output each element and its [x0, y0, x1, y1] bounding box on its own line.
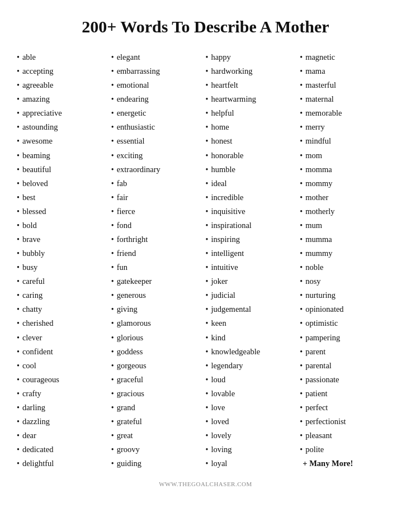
list-item: astounding	[17, 120, 111, 134]
list-item: legendary	[206, 359, 300, 373]
list-item: nurturing	[300, 288, 394, 302]
list-item: humble	[206, 163, 300, 177]
list-item: heartfelt	[206, 78, 300, 92]
list-item: fierce	[111, 205, 206, 218]
list-item: nosy	[300, 274, 394, 288]
list-item: momma	[300, 163, 394, 177]
list-item: mumma	[300, 232, 394, 246]
list-item: magnetic	[300, 50, 394, 64]
list-item: generous	[111, 288, 206, 302]
footer-url: WWW.THEGOALCHASER.COM	[159, 481, 252, 487]
list-item: exciting	[111, 149, 206, 163]
list-item: ideal	[206, 177, 300, 191]
list-item: keen	[206, 316, 300, 330]
list-item: extraordinary	[111, 163, 206, 177]
list-item: graceful	[111, 373, 206, 387]
list-item: cherished	[17, 316, 111, 330]
list-item: mama	[300, 64, 394, 78]
list-item: appreciative	[17, 106, 111, 120]
list-item: patient	[300, 387, 394, 401]
list-item: lovable	[206, 387, 300, 401]
list-item: masterful	[300, 78, 394, 92]
list-item: noble	[300, 260, 394, 274]
column-2: elegantembarrassingemotionalendearingene…	[111, 50, 206, 471]
list-item: grateful	[111, 415, 206, 429]
list-item: fab	[111, 177, 206, 191]
list-item: fond	[111, 218, 206, 232]
list-item: dear	[17, 429, 111, 443]
page-title: 200+ Words To Describe A Mother	[82, 17, 329, 37]
list-item: dedicated	[17, 443, 111, 457]
column-4: magneticmamamasterfulmaternalmemorableme…	[300, 50, 394, 471]
list-item: bold	[17, 218, 111, 232]
list-item: intelligent	[206, 246, 300, 260]
list-item: delightful	[17, 457, 111, 471]
list-item: pampering	[300, 331, 394, 345]
list-item: groovy	[111, 443, 206, 457]
list-item: energetic	[111, 106, 206, 120]
list-item: courageous	[17, 373, 111, 387]
list-item: dazzling	[17, 415, 111, 429]
list-item: honorable	[206, 149, 300, 163]
list-item: darling	[17, 401, 111, 415]
list-item: lovely	[206, 429, 300, 443]
list-item: hardworking	[206, 64, 300, 78]
list-item: love	[206, 401, 300, 415]
list-item: glorious	[111, 331, 206, 345]
list-item: mommy	[300, 177, 394, 191]
list-item: bubbly	[17, 246, 111, 260]
list-item: beaming	[17, 149, 111, 163]
list-item: goddess	[111, 345, 206, 359]
list-item: friend	[111, 246, 206, 260]
list-item: perfectionist	[300, 415, 394, 429]
list-item: brave	[17, 232, 111, 246]
list-item: great	[111, 429, 206, 443]
list-item: accepting	[17, 64, 111, 78]
list-item: intuitive	[206, 260, 300, 274]
list-item: emotional	[111, 78, 206, 92]
list-item: helpful	[206, 106, 300, 120]
list-item: agreeable	[17, 78, 111, 92]
list-item: crafty	[17, 387, 111, 401]
list-item: knowledgeable	[206, 345, 300, 359]
list-item: loud	[206, 373, 300, 387]
list-item: caring	[17, 288, 111, 302]
list-item: inquisitive	[206, 205, 300, 218]
list-item: loyal	[206, 457, 300, 471]
list-item: parent	[300, 345, 394, 359]
list-item: parental	[300, 359, 394, 373]
list-item: pleasant	[300, 429, 394, 443]
list-item: able	[17, 50, 111, 64]
list-item: optimistic	[300, 316, 394, 330]
list-item: judicial	[206, 288, 300, 302]
list-item: gracious	[111, 387, 206, 401]
list-item: amazing	[17, 92, 111, 106]
list-item: mother	[300, 191, 394, 205]
list-item: best	[17, 191, 111, 205]
list-item: mummy	[300, 246, 394, 260]
list-item: inspiring	[206, 232, 300, 246]
list-item: awesome	[17, 134, 111, 148]
list-item: motherly	[300, 205, 394, 218]
list-item: glamorous	[111, 316, 206, 330]
more-label: + Many More!	[300, 457, 394, 471]
list-item: heartwarming	[206, 92, 300, 106]
list-item: mom	[300, 149, 394, 163]
list-item: loved	[206, 415, 300, 429]
list-item: joker	[206, 274, 300, 288]
list-item: mindful	[300, 134, 394, 148]
list-item: confident	[17, 345, 111, 359]
list-item: maternal	[300, 92, 394, 106]
list-item: opinionated	[300, 302, 394, 316]
list-item: polite	[300, 443, 394, 457]
list-item: kind	[206, 331, 300, 345]
list-item: loving	[206, 443, 300, 457]
list-item: memorable	[300, 106, 394, 120]
list-item: perfect	[300, 401, 394, 415]
list-item: fun	[111, 260, 206, 274]
list-item: essential	[111, 134, 206, 148]
list-item: careful	[17, 274, 111, 288]
list-item: busy	[17, 260, 111, 274]
list-item: mum	[300, 218, 394, 232]
list-item: forthright	[111, 232, 206, 246]
